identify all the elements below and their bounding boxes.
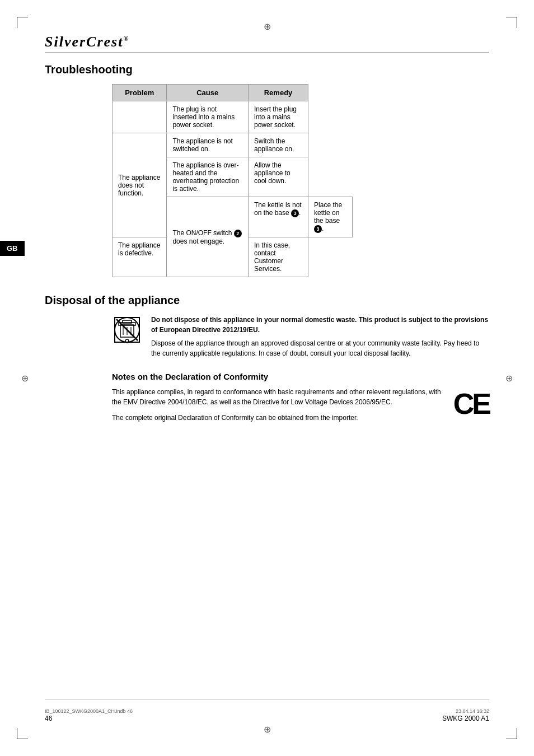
- remedy-cell: Switch the appliance on.: [248, 133, 308, 157]
- troubleshooting-table: Problem Cause Remedy The plug is not ins…: [112, 84, 353, 277]
- cause-cell: The appliance is defective.: [113, 237, 167, 277]
- remedy-cell: Allow the appliance to cool down.: [248, 157, 308, 197]
- problem-cell-switch: The ON/OFF switch 2 does not engage.: [167, 197, 249, 277]
- date-info: 23.04.14 16:32: [456, 708, 489, 714]
- disposal-bold-text: Do not dispose of this appliance in your…: [151, 315, 489, 335]
- language-tab: GB: [0, 241, 25, 256]
- brand-divider: [45, 53, 489, 53]
- col-cause: Cause: [167, 85, 249, 101]
- ce-mark: CE: [453, 389, 489, 418]
- problem-cell: [113, 101, 167, 133]
- footer-info: IB_100122_SWKG2000A1_CH.indb 46 23.04.14…: [45, 708, 489, 714]
- disposal-text-block: Do not dispose of this appliance in your…: [151, 315, 489, 358]
- conformity-content: This appliance complies, in regard to co…: [112, 387, 489, 423]
- conformity-section: Notes on the Declaration of Conformity T…: [112, 372, 489, 423]
- conformity-title: Notes on the Declaration of Conformity: [112, 372, 489, 381]
- col-problem: Problem: [113, 85, 167, 101]
- svg-rect-3: [123, 320, 132, 323]
- disposal-title: Disposal of the appliance: [45, 294, 489, 307]
- disposal-content: Do not dispose of this appliance in your…: [112, 315, 489, 358]
- page-number: 46: [45, 715, 52, 722]
- circle-num-3a: 3: [291, 209, 299, 217]
- footer-divider: [45, 699, 489, 700]
- conformity-text-block: This appliance complies, in regard to co…: [112, 387, 442, 423]
- table-row: The plug is not inserted into a mains po…: [113, 101, 353, 133]
- disposal-body-text: Dispose of the appliance through an appr…: [151, 338, 489, 358]
- recycling-icon: [112, 315, 142, 345]
- circle-num-2: 2: [234, 230, 242, 237]
- disposal-section: Disposal of the appliance: [45, 294, 489, 358]
- remedy-cell: Insert the plug into a mains power socke…: [248, 101, 308, 133]
- brand-logo: SilverCrest®: [45, 34, 489, 50]
- problem-cell-appliance: The appliance does not function.: [113, 133, 167, 237]
- conformity-para2: The complete original Declaration of Con…: [112, 413, 442, 423]
- troubleshooting-title: Troubleshooting: [45, 63, 489, 76]
- circle-num-3b: 3: [314, 225, 322, 233]
- remedy-cell: In this case, contact Customer Services.: [248, 237, 308, 277]
- file-info: IB_100122_SWKG2000A1_CH.indb 46: [45, 708, 133, 714]
- cause-cell: The appliance is not switched on.: [167, 133, 249, 157]
- col-remedy: Remedy: [248, 85, 308, 101]
- conformity-para1: This appliance complies, in regard to co…: [112, 387, 442, 407]
- table-row: The appliance does not function. The app…: [113, 133, 353, 157]
- footer: 46 SWKG 2000 A1: [45, 715, 489, 722]
- troubleshooting-section: Troubleshooting Problem Cause Remedy The…: [45, 63, 489, 277]
- cause-cell: The appliance is over-heated and the ove…: [167, 157, 249, 197]
- product-code: SWKG 2000 A1: [442, 715, 489, 722]
- cause-cell: The kettle is not on the base 3.: [248, 197, 308, 237]
- cause-cell: The plug is not inserted into a mains po…: [167, 101, 249, 133]
- remedy-cell: Place the kettle on the base 3.: [308, 197, 353, 237]
